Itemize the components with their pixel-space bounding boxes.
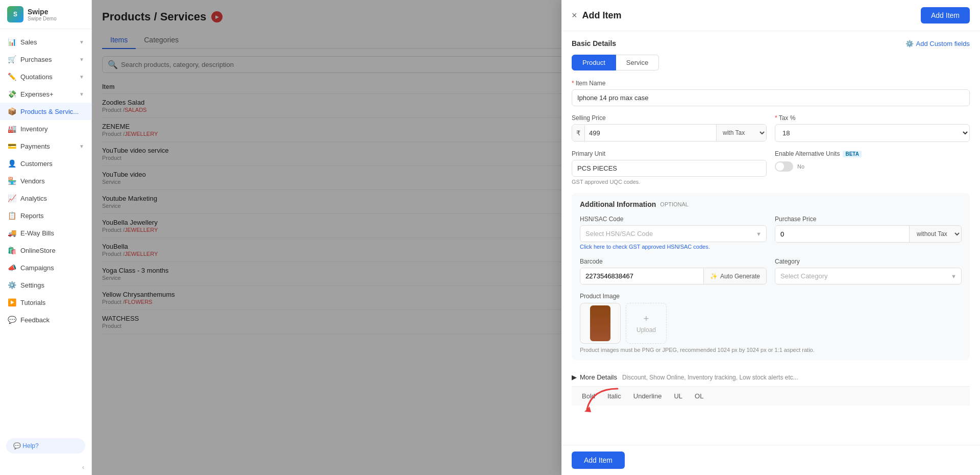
type-product-button[interactable]: Product bbox=[572, 55, 616, 70]
panel-close-button[interactable]: × bbox=[572, 10, 577, 21]
purchase-price-group: Purchase Price without Tax with Tax bbox=[775, 216, 962, 250]
auto-gen-label: Auto Generate bbox=[720, 273, 760, 280]
sidebar: S Swipe Swipe Demo 📊 Sales ▼ 🛒 Purchases… bbox=[0, 0, 92, 475]
more-details-toggle[interactable]: ▶ More Details Discount, Show Online, In… bbox=[572, 368, 970, 386]
image-note: Product images must be PNG or JPEG, reco… bbox=[580, 347, 962, 353]
logo-area: S Swipe Swipe Demo bbox=[0, 0, 91, 29]
toolbar-underline-button[interactable]: Underline bbox=[629, 391, 666, 401]
product-image-thumb bbox=[580, 303, 621, 344]
sidebar-label-products: Products & Servic... bbox=[20, 108, 84, 115]
hsn-input-group: Select HSN/SAC Code ▼ bbox=[580, 225, 767, 242]
basic-details-title: Basic Details bbox=[572, 39, 616, 48]
customers-icon: 👤 bbox=[7, 159, 16, 168]
hsn-label: HSN/SAC Code bbox=[580, 216, 767, 223]
expenses-icon: 💸 bbox=[7, 90, 16, 98]
expenses-arrow: ▼ bbox=[79, 91, 84, 97]
sidebar-item-inventory[interactable]: 🏭 Inventory bbox=[0, 120, 91, 137]
auto-gen-icon: ✨ bbox=[710, 273, 718, 280]
hsn-group: HSN/SAC Code Select HSN/SAC Code ▼ Click… bbox=[580, 216, 767, 250]
sidebar-label-expenses: Expenses+ bbox=[20, 90, 75, 98]
quotations-arrow: ▼ bbox=[79, 74, 84, 80]
purchase-price-tax-select[interactable]: without Tax with Tax bbox=[909, 226, 961, 242]
sidebar-item-payments[interactable]: 💳 Payments ▼ bbox=[0, 137, 91, 155]
sidebar-label-ewaybills: E-Way Bills bbox=[20, 229, 84, 237]
sidebar-item-sales[interactable]: 📊 Sales ▼ bbox=[0, 33, 91, 51]
sidebar-item-onlinestore[interactable]: 🛍️ OnlineStore bbox=[0, 242, 91, 259]
sidebar-item-ewaybills[interactable]: 🚚 E-Way Bills bbox=[0, 224, 91, 242]
hsn-note[interactable]: Click here to check GST approved HSN/SAC… bbox=[580, 244, 767, 250]
item-name-group: * Item Name bbox=[572, 80, 970, 106]
add-custom-fields-button[interactable]: ⚙️ Add Custom fields bbox=[905, 40, 970, 48]
purchase-price-input[interactable] bbox=[775, 226, 909, 242]
help-button[interactable]: 💬 Help? bbox=[6, 438, 85, 454]
panel-add-item-button[interactable]: Add Item bbox=[921, 7, 970, 23]
category-select[interactable]: Select Category bbox=[775, 268, 962, 284]
upload-button[interactable]: + Upload bbox=[626, 303, 667, 344]
alt-units-group: Enable Alternative Units BETA No bbox=[775, 150, 970, 185]
toolbar-ul-button[interactable]: UL bbox=[670, 391, 687, 401]
sales-icon: 📊 bbox=[7, 38, 16, 46]
primary-unit-input[interactable] bbox=[572, 160, 767, 177]
sidebar-label-settings: Settings bbox=[20, 281, 84, 289]
sidebar-label-tutorials: Tutorials bbox=[20, 299, 84, 306]
selling-price-tax-row: Selling Price ₹ with Tax without Tax * T… bbox=[572, 114, 970, 142]
alt-units-toggle[interactable] bbox=[775, 161, 793, 172]
product-image-group: Product Image + Upload Product images mu… bbox=[580, 293, 962, 353]
sidebar-item-reports[interactable]: 📋 Reports bbox=[0, 207, 91, 224]
optional-badge: OPTIONAL bbox=[660, 201, 689, 207]
image-area: + Upload bbox=[580, 303, 962, 344]
additional-info-header: Additional Information OPTIONAL bbox=[580, 200, 962, 208]
sidebar-item-expenses[interactable]: 💸 Expenses+ ▼ bbox=[0, 85, 91, 103]
beta-badge: BETA bbox=[843, 151, 861, 157]
logo-icon: S bbox=[7, 6, 23, 22]
more-details-label: More Details bbox=[580, 373, 617, 381]
sidebar-item-campaigns[interactable]: 📣 Campaigns bbox=[0, 259, 91, 276]
sidebar-label-reports: Reports bbox=[20, 212, 84, 220]
sidebar-item-tutorials[interactable]: ▶️ Tutorials bbox=[0, 294, 91, 311]
payments-arrow: ▼ bbox=[79, 144, 84, 149]
upload-label: Upload bbox=[636, 326, 656, 334]
sidebar-item-purchases[interactable]: 🛒 Purchases ▼ bbox=[0, 51, 91, 68]
toolbar-italic-button[interactable]: Italic bbox=[603, 391, 625, 401]
currency-symbol: ₹ bbox=[572, 125, 585, 141]
panel-header: × Add Item Add Item bbox=[561, 0, 980, 31]
barcode-input[interactable] bbox=[580, 268, 703, 284]
hsn-select[interactable]: Select HSN/SAC Code bbox=[580, 225, 767, 242]
sidebar-collapse-button[interactable]: ‹ bbox=[0, 460, 91, 475]
item-name-row: * Item Name bbox=[572, 80, 970, 106]
onlinestore-icon: 🛍️ bbox=[7, 246, 16, 254]
type-service-button[interactable]: Service bbox=[616, 55, 659, 70]
basic-details-section-header: Basic Details ⚙️ Add Custom fields bbox=[572, 39, 970, 48]
selling-price-input[interactable] bbox=[585, 125, 716, 141]
category-group: Category Select Category ▼ bbox=[775, 258, 962, 284]
sidebar-item-analytics[interactable]: 📈 Analytics bbox=[0, 189, 91, 207]
more-details-sub: Discount, Show Online, Inventory trackin… bbox=[622, 374, 798, 381]
sidebar-item-settings[interactable]: ⚙️ Settings bbox=[0, 276, 91, 294]
reports-icon: 📋 bbox=[7, 211, 16, 220]
sidebar-label-quotations: Quotations bbox=[20, 73, 75, 81]
sidebar-item-products[interactable]: 📦 Products & Servic... bbox=[0, 103, 91, 120]
sidebar-item-customers[interactable]: 👤 Customers bbox=[0, 155, 91, 172]
chevron-right-icon: ▶ bbox=[572, 373, 577, 381]
sidebar-item-vendors[interactable]: 🏪 Vendors bbox=[0, 172, 91, 189]
panel-body: Basic Details ⚙️ Add Custom fields Produ… bbox=[561, 31, 980, 445]
toolbar-bold-button[interactable]: Bold bbox=[578, 391, 599, 401]
primary-unit-label: Primary Unit bbox=[572, 150, 767, 157]
tax-pct-select[interactable]: 18 0 5 12 28 bbox=[775, 124, 970, 142]
sales-arrow: ▼ bbox=[79, 39, 84, 45]
sidebar-item-feedback[interactable]: 💬 Feedback bbox=[0, 311, 91, 328]
auto-generate-button[interactable]: ✨ Auto Generate bbox=[703, 268, 766, 284]
campaigns-icon: 📣 bbox=[7, 264, 16, 272]
barcode-group: Barcode ✨ Auto Generate bbox=[580, 258, 767, 284]
panel-title-area: × Add Item bbox=[572, 10, 622, 21]
sidebar-item-quotations[interactable]: ✏️ Quotations ▼ bbox=[0, 68, 91, 85]
footer-add-item-button[interactable]: Add Item bbox=[572, 452, 625, 469]
toolbar-ol-button[interactable]: OL bbox=[691, 391, 707, 401]
more-details-container: ▶ More Details Discount, Show Online, In… bbox=[572, 368, 970, 386]
sidebar-label-vendors: Vendors bbox=[20, 177, 84, 185]
item-name-input[interactable] bbox=[572, 89, 970, 106]
price-tax-select[interactable]: with Tax without Tax bbox=[716, 125, 766, 141]
sidebar-label-payments: Payments bbox=[20, 142, 75, 150]
gst-note: GST approved UQC codes. bbox=[572, 179, 767, 185]
upload-icon: + bbox=[644, 314, 649, 324]
